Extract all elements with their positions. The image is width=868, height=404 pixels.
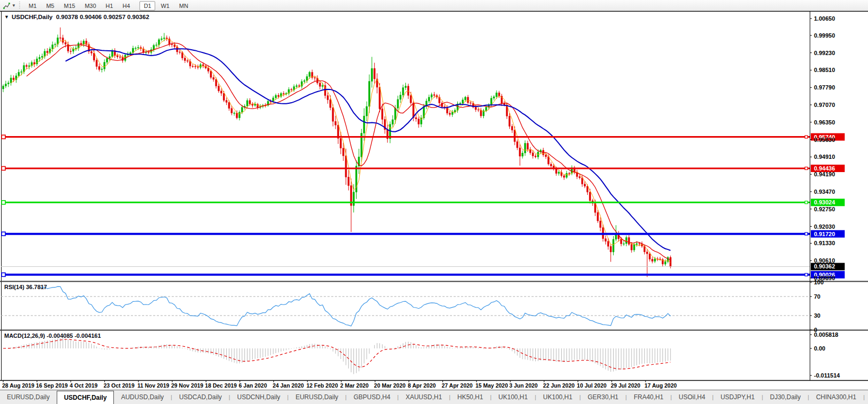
ohlc-low: 0.90257 (103, 14, 126, 20)
svg-text:0.99950: 0.99950 (814, 32, 835, 39)
macd-indicator-label: MACD(12,26,9) -0.004085 -0.004161 (4, 333, 101, 339)
chart-tab-eurusd-daily[interactable]: EURUSD,Daily (0, 390, 57, 404)
rsi-value: 36.7817 (26, 284, 47, 290)
timeframe-button-w1[interactable]: W1 (156, 1, 174, 11)
hline-anchor-icon[interactable] (2, 166, 5, 170)
timeframe-button-m15[interactable]: M15 (59, 1, 79, 11)
chart-tab-uk100-h1[interactable]: UK100,H1 (492, 390, 535, 404)
svg-text:0.005818: 0.005818 (814, 331, 838, 338)
svg-text:16 Sep 2019: 16 Sep 2019 (36, 382, 68, 389)
chart-tab-usdcnh-daily[interactable]: USDCNH,Daily (230, 390, 287, 404)
hline-price-tag: 0.93024 (811, 199, 845, 206)
macd-value-signal: -0.004161 (75, 333, 101, 339)
svg-text:24 Jan 2020: 24 Jan 2020 (272, 382, 304, 389)
crosshair-tool-icon[interactable] (2, 1, 11, 10)
chart-tab-xauusd-h1[interactable]: XAUUSD,H1 (398, 390, 449, 404)
svg-text:2 Mar 2020: 2 Mar 2020 (340, 382, 369, 389)
chart-canvas[interactable]: 0.957400.944360.930240.917200.900260.903… (0, 0, 868, 404)
svg-text:0.92750: 0.92750 (814, 206, 835, 212)
timeframe-button-d1[interactable]: D1 (139, 1, 155, 11)
svg-text:0.99230: 0.99230 (814, 50, 835, 56)
chart-tab-audusd-daily[interactable]: AUDUSD,Daily (114, 390, 171, 404)
chart-tab-uk100-h1[interactable]: UK100,H1 (536, 390, 579, 404)
hline-price-tag: 0.91720 (811, 230, 845, 238)
current-price-tag: 0.90362 (811, 263, 845, 270)
svg-text:20 Mar 2020: 20 Mar 2020 (374, 382, 406, 389)
chart-symbol: USDCHF,Daily (12, 14, 52, 20)
svg-text:3 Jun 2020: 3 Jun 2020 (509, 382, 538, 389)
chart-tab-usoil-h1[interactable]: USOil,H1 (865, 390, 868, 404)
chart-tab-usdcad-daily[interactable]: USDCAD,Daily (172, 390, 229, 404)
hline-anchor-icon[interactable] (2, 232, 5, 236)
chart-tab-eurusd-daily[interactable]: EURUSD,Daily (289, 390, 346, 404)
chart-tab-usoil-h4[interactable]: USOil,H4 (672, 390, 712, 404)
timeframe-button-m30[interactable]: M30 (81, 1, 100, 11)
hline-anchor-icon[interactable] (2, 201, 5, 204)
timeframe-button-h4[interactable]: H4 (118, 1, 134, 11)
svg-text:18 Dec 2019: 18 Dec 2019 (205, 382, 237, 389)
chart-tab-china300-h1[interactable]: CHINA300,H1 (809, 390, 863, 404)
chart-tab-bar: EURUSD,DailyUSDCHF,DailyAUDUSD,Daily|USD… (0, 390, 868, 404)
svg-text:4 Oct 2019: 4 Oct 2019 (70, 382, 98, 389)
ohlc-high: 0.90406 (79, 14, 102, 20)
top-toolbar: ▼ M1M5M15M30H1H4D1W1MN (0, 0, 868, 11)
svg-text:0.94190: 0.94190 (814, 171, 835, 177)
toolbar-grip[interactable] (19, 2, 21, 10)
svg-text:10 Jul 2020: 10 Jul 2020 (577, 382, 607, 389)
svg-text:0.91330: 0.91330 (814, 240, 835, 246)
svg-text:8 Apr 2020: 8 Apr 2020 (408, 382, 436, 389)
timeframe-button-m1[interactable]: M1 (24, 1, 41, 11)
caret-down-icon[interactable]: ▼ (12, 3, 16, 8)
svg-text:100: 100 (814, 279, 823, 285)
svg-text:0.97070: 0.97070 (814, 102, 835, 108)
chart-tab-dj30-daily[interactable]: DJ30,Daily (763, 390, 808, 404)
svg-text:1.00650: 1.00650 (814, 15, 835, 22)
svg-text:0.91720: 0.91720 (814, 231, 835, 237)
svg-text:28 Aug 2019: 28 Aug 2019 (2, 382, 34, 389)
svg-text:12 Feb 2020: 12 Feb 2020 (306, 382, 338, 389)
svg-text:-0.011514: -0.011514 (814, 372, 840, 379)
macd-value-main: -0.004085 (47, 333, 73, 339)
svg-text:29 Nov 2019: 29 Nov 2019 (171, 382, 203, 389)
svg-text:70: 70 (814, 293, 820, 300)
hline-anchor-icon[interactable] (2, 135, 5, 139)
svg-text:0.93024: 0.93024 (814, 199, 836, 205)
chart-title: ▼USDCHF,Daily 0.90378 0.90406 0.90257 0.… (4, 14, 149, 20)
hline-anchor-icon[interactable] (2, 273, 5, 276)
rsi-indicator-label: RSI(14) 36.7817 (4, 284, 47, 290)
chart-tab-ger30-h1[interactable]: GER30,H1 (581, 390, 625, 404)
ohlc-open: 0.90378 (56, 14, 78, 20)
svg-text:0.98510: 0.98510 (814, 67, 835, 73)
svg-text:29 Jul 2020: 29 Jul 2020 (610, 382, 640, 389)
svg-text:0.90610: 0.90610 (814, 257, 835, 264)
timeframe-button-mn[interactable]: MN (175, 1, 192, 11)
svg-text:0.94436: 0.94436 (814, 165, 835, 172)
timeframe-toolbar: M1M5M15M30H1H4D1W1MN (24, 1, 193, 10)
chart-tab-usdjpy-h1[interactable]: USDJPY,H1 (714, 390, 761, 404)
svg-text:0.95630: 0.95630 (814, 137, 835, 143)
svg-text:11 Nov 2019: 11 Nov 2019 (137, 382, 169, 389)
svg-text:15 May 2020: 15 May 2020 (475, 382, 508, 389)
trading-terminal-window: ▼ M1M5M15M30H1H4D1W1MN 0.957400.944360.9… (0, 0, 868, 404)
timeframe-button-m5[interactable]: M5 (42, 1, 58, 11)
svg-text:0.93470: 0.93470 (814, 188, 835, 195)
svg-text:0.97790: 0.97790 (814, 84, 835, 91)
svg-text:30: 30 (814, 312, 820, 319)
chart-tab-fra40-h1[interactable]: FRA40,H1 (627, 390, 670, 404)
svg-text:0.90362: 0.90362 (814, 263, 835, 270)
svg-text:0.94910: 0.94910 (814, 154, 835, 160)
svg-text:23 Oct 2019: 23 Oct 2019 (103, 382, 135, 389)
svg-text:0.96350: 0.96350 (814, 119, 835, 125)
chart-tab-usdchf-daily[interactable]: USDCHF,Daily (57, 391, 114, 404)
svg-text:22 Jun 2020: 22 Jun 2020 (543, 382, 575, 389)
ohlc-close: 0.90362 (127, 14, 149, 20)
svg-text:6 Jan 2020: 6 Jan 2020 (239, 382, 267, 389)
svg-text:0.00: 0.00 (814, 345, 825, 352)
svg-text:17 Aug 2020: 17 Aug 2020 (644, 382, 677, 389)
triangle-down-icon[interactable]: ▼ (4, 14, 9, 20)
chart-tab-hk50-h1[interactable]: HK50,H1 (450, 390, 490, 404)
timeframe-button-h1[interactable]: H1 (101, 1, 117, 11)
svg-text:27 Apr 2020: 27 Apr 2020 (441, 382, 473, 389)
chart-tab-gbpusd-h4[interactable]: GBPUSD,H4 (347, 390, 397, 404)
svg-text:0.92030: 0.92030 (814, 223, 835, 230)
